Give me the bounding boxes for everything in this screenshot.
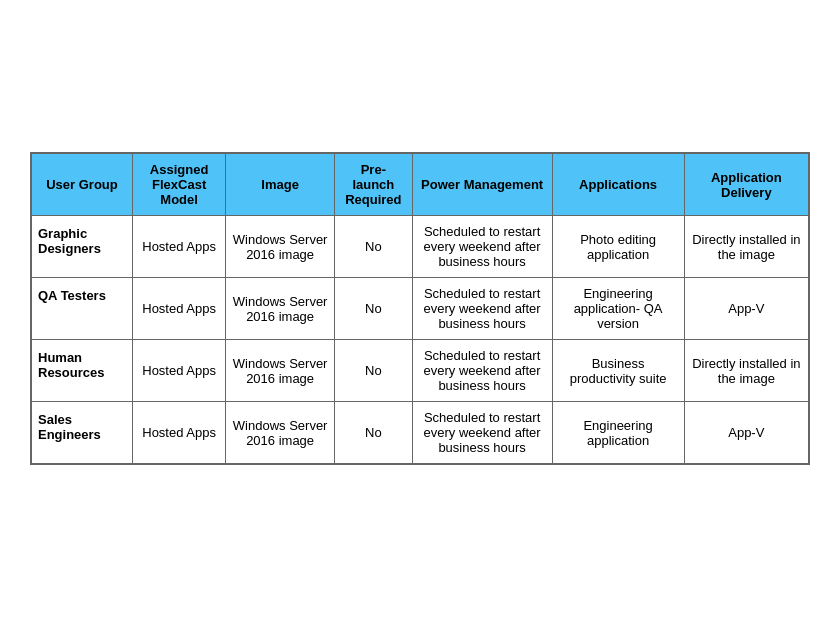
- cell-image-2: Windows Server 2016 image: [226, 340, 335, 402]
- cell-flexcast-3: Hosted Apps: [133, 402, 226, 464]
- header-power: Power Management: [412, 154, 552, 216]
- cell-user-group-0: Graphic Designers: [32, 216, 133, 278]
- cell-applications-2: Business productivity suite: [552, 340, 684, 402]
- main-table-wrapper: User Group Assigned FlexCast Model Image…: [30, 152, 810, 465]
- cell-prelaunch-3: No: [335, 402, 413, 464]
- header-flexcast: Assigned FlexCast Model: [133, 154, 226, 216]
- cell-user-group-2: Human Resources: [32, 340, 133, 402]
- cell-image-0: Windows Server 2016 image: [226, 216, 335, 278]
- header-delivery: Application Delivery: [684, 154, 808, 216]
- table-body: Graphic DesignersHosted AppsWindows Serv…: [32, 216, 809, 464]
- cell-applications-1: Engineering application- QA version: [552, 278, 684, 340]
- cell-applications-0: Photo editing application: [552, 216, 684, 278]
- cell-prelaunch-2: No: [335, 340, 413, 402]
- cell-flexcast-2: Hosted Apps: [133, 340, 226, 402]
- cell-power-0: Scheduled to restart every weekend after…: [412, 216, 552, 278]
- cell-applications-3: Engineering application: [552, 402, 684, 464]
- header-row: User Group Assigned FlexCast Model Image…: [32, 154, 809, 216]
- cell-image-1: Windows Server 2016 image: [226, 278, 335, 340]
- cell-flexcast-0: Hosted Apps: [133, 216, 226, 278]
- cell-prelaunch-0: No: [335, 216, 413, 278]
- cell-image-3: Windows Server 2016 image: [226, 402, 335, 464]
- cell-power-3: Scheduled to restart every weekend after…: [412, 402, 552, 464]
- cell-delivery-3: App-V: [684, 402, 808, 464]
- table-row: Human ResourcesHosted AppsWindows Server…: [32, 340, 809, 402]
- cell-flexcast-1: Hosted Apps: [133, 278, 226, 340]
- cell-delivery-0: Directly installed in the image: [684, 216, 808, 278]
- cell-power-2: Scheduled to restart every weekend after…: [412, 340, 552, 402]
- table-row: Sales EngineersHosted AppsWindows Server…: [32, 402, 809, 464]
- cell-user-group-3: Sales Engineers: [32, 402, 133, 464]
- header-prelaunch: Pre-launch Required: [335, 154, 413, 216]
- cell-user-group-1: QA Testers: [32, 278, 133, 340]
- cell-delivery-2: Directly installed in the image: [684, 340, 808, 402]
- header-image: Image: [226, 154, 335, 216]
- cell-power-1: Scheduled to restart every weekend after…: [412, 278, 552, 340]
- table-row: QA TestersHosted AppsWindows Server 2016…: [32, 278, 809, 340]
- header-applications: Applications: [552, 154, 684, 216]
- cell-prelaunch-1: No: [335, 278, 413, 340]
- table-row: Graphic DesignersHosted AppsWindows Serv…: [32, 216, 809, 278]
- data-table: User Group Assigned FlexCast Model Image…: [31, 153, 809, 464]
- header-user-group: User Group: [32, 154, 133, 216]
- cell-delivery-1: App-V: [684, 278, 808, 340]
